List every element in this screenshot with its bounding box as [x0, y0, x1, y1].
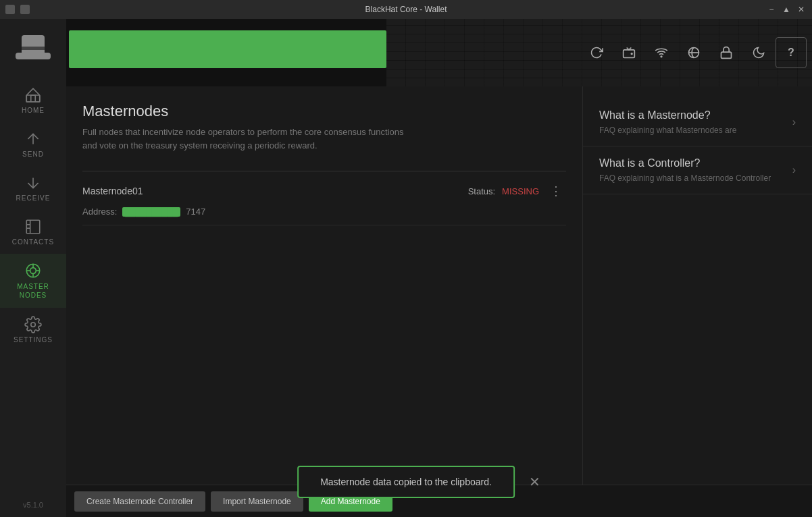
address-port: 7147 — [186, 207, 205, 217]
sidebar-item-send[interactable]: SEND — [0, 122, 66, 166]
toast-message: Masternode data copied to the clipboard. — [320, 477, 492, 487]
receive-label: RECEIVE — [16, 194, 51, 202]
titlebar-controls: − ▲ ✕ — [766, 4, 807, 15]
hat-brim — [16, 53, 51, 59]
top-banner: ? — [66, 19, 812, 86]
right-panel: What is a Masternode? FAQ explaining wha… — [582, 86, 812, 485]
toast-close-button[interactable]: ✕ — [529, 474, 540, 490]
sidebar-logo — [14, 27, 53, 66]
svg-rect-3 — [26, 220, 40, 234]
sidebar: HOME SEND RECEIVE — [0, 19, 66, 517]
svg-rect-0 — [26, 95, 40, 102]
faq-controller-content: What is a Controller? FAQ explaining wha… — [599, 157, 771, 183]
svg-point-14 — [631, 53, 632, 55]
chevron-right-icon-2: › — [792, 164, 796, 176]
create-masternode-button[interactable]: Create Masternode Controller — [74, 491, 205, 512]
contacts-icon — [24, 218, 42, 236]
masternode-name: Masternode01 — [82, 186, 143, 196]
home-label: HOME — [22, 107, 45, 114]
send-icon — [24, 130, 42, 148]
masternode-divider — [82, 225, 566, 225]
masternode-more-button[interactable]: ⋮ — [546, 182, 566, 200]
refresh-button[interactable] — [581, 37, 612, 68]
faq-controller-title: What is a Controller? — [599, 157, 771, 169]
svg-point-8 — [30, 268, 36, 274]
content-area: ? Masternodes Full nodes that incentiviz… — [66, 19, 812, 517]
receive-icon — [24, 174, 42, 192]
sidebar-item-receive[interactable]: RECEIVE — [0, 166, 66, 210]
network-button[interactable] — [646, 37, 677, 68]
masternodes-label: MASTERNODES — [17, 282, 49, 300]
sidebar-item-settings[interactable]: SETTINGS — [0, 308, 66, 352]
version-label: v5.1.0 — [23, 493, 43, 517]
wallet-button[interactable] — [613, 37, 644, 68]
settings-label: SETTINGS — [14, 336, 53, 344]
svg-point-15 — [661, 56, 662, 57]
hat-top — [22, 35, 45, 54]
darkmode-button[interactable] — [743, 37, 774, 68]
app-icon-2 — [20, 5, 30, 14]
masternode-header: Masternode01 Status: MISSING ⋮ — [82, 182, 566, 200]
page-title: Masternodes — [82, 103, 566, 120]
help-button[interactable]: ? — [776, 37, 807, 68]
masternode-card: Masternode01 Status: MISSING ⋮ Address: … — [82, 171, 566, 231]
import-masternode-button[interactable]: Import Masternode — [211, 491, 303, 512]
settings-icon — [24, 316, 42, 333]
address-label: Address: — [82, 207, 117, 217]
window-title: BlackHat Core - Wallet — [365, 5, 447, 14]
tor-button[interactable] — [678, 37, 709, 68]
chevron-right-icon: › — [792, 116, 796, 128]
masternode-status: Status: MISSING ⋮ — [468, 182, 566, 200]
toolbar-icons: ? — [576, 19, 812, 86]
sidebar-item-home[interactable]: HOME — [0, 78, 66, 122]
close-button[interactable]: ✕ — [796, 4, 807, 15]
contacts-label: CONTACTS — [12, 238, 54, 246]
lock-button[interactable] — [711, 37, 742, 68]
send-label: SEND — [22, 151, 44, 158]
left-panel: Masternodes Full nodes that incentivize … — [66, 86, 582, 485]
masternode-address: Address: ██████████ 7147 — [82, 207, 566, 217]
toast-notification: Masternode data copied to the clipboard.… — [297, 466, 515, 498]
faq-item-controller[interactable]: What is a Controller? FAQ explaining wha… — [583, 146, 812, 194]
hat-band — [22, 47, 45, 50]
titlebar-left — [5, 5, 30, 14]
svg-point-13 — [31, 323, 36, 327]
app-icon — [5, 5, 15, 14]
home-icon — [24, 86, 42, 104]
page-description: Full nodes that incentivize node operato… — [82, 126, 420, 152]
address-ip: ██████████ — [122, 207, 180, 217]
sidebar-nav: HOME SEND RECEIVE — [0, 78, 66, 493]
sidebar-item-contacts[interactable]: CONTACTS — [0, 210, 66, 254]
status-value: MISSING — [502, 186, 539, 196]
faq-masternode-content: What is a Masternode? FAQ explaining wha… — [599, 109, 736, 135]
faq-controller-sub: FAQ explaining what is a Masternode Cont… — [599, 173, 771, 183]
faq-masternode-title: What is a Masternode? — [599, 109, 736, 121]
status-label: Status: — [468, 186, 495, 196]
titlebar: BlackHat Core - Wallet − ▲ ✕ — [0, 0, 812, 19]
sidebar-item-masternodes[interactable]: MASTERNODES — [0, 254, 66, 308]
faq-item-masternode[interactable]: What is a Masternode? FAQ explaining wha… — [583, 99, 812, 146]
svg-rect-17 — [721, 52, 732, 58]
main-layout: HOME SEND RECEIVE — [0, 19, 812, 517]
banner-green-bar — [69, 30, 386, 68]
help-icon: ? — [788, 47, 794, 59]
restore-button[interactable]: ▲ — [781, 4, 792, 15]
faq-masternode-sub: FAQ explaining what Masternodes are — [599, 126, 736, 135]
masternodes-icon — [24, 262, 42, 279]
two-col-layout: Masternodes Full nodes that incentivize … — [66, 86, 812, 485]
minimize-button[interactable]: − — [766, 4, 777, 15]
hat-logo — [16, 34, 51, 59]
